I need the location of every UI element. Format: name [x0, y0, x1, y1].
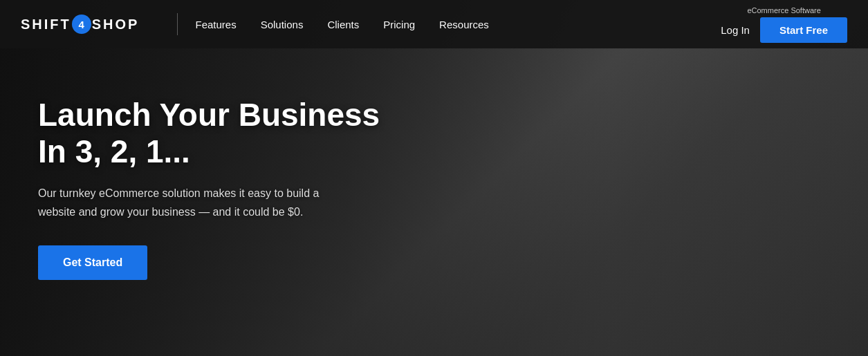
- logo-shop-text: SHOP: [92, 17, 140, 32]
- start-free-button[interactable]: Start Free: [760, 17, 847, 43]
- logo-4-badge: 4: [72, 15, 91, 34]
- login-button[interactable]: Log In: [721, 24, 750, 36]
- logo-shift-text: SHIFT: [21, 17, 71, 32]
- nav-item-pricing[interactable]: Pricing: [383, 19, 415, 30]
- nav-item-solutions[interactable]: Solutions: [261, 19, 304, 30]
- nav-item-features[interactable]: Features: [195, 19, 236, 30]
- nav-item-clients[interactable]: Clients: [327, 19, 359, 30]
- hero-section: SHIFT 4 SHOP Features Solutions Clients …: [0, 0, 868, 356]
- get-started-button[interactable]: Get Started: [38, 245, 147, 280]
- ecommerce-software-label: eCommerce Software: [747, 6, 820, 15]
- navbar: SHIFT 4 SHOP Features Solutions Clients …: [0, 0, 868, 48]
- navbar-right: eCommerce Software Log In Start Free: [721, 6, 847, 43]
- hero-title-line2: In 3, 2, 1...: [38, 133, 190, 169]
- nav-links: Features Solutions Clients Pricing Resou…: [195, 19, 721, 30]
- logo[interactable]: SHIFT 4 SHOP: [21, 15, 139, 34]
- hero-subtitle: Our turnkey eCommerce solution makes it …: [38, 184, 356, 221]
- nav-item-resources[interactable]: Resources: [439, 19, 489, 30]
- hero-title-line1: Launch Your Business: [38, 97, 380, 133]
- navbar-actions: Log In Start Free: [721, 17, 847, 43]
- hero-title: Launch Your Business In 3, 2, 1...: [38, 97, 401, 170]
- logo-divider: [177, 13, 178, 35]
